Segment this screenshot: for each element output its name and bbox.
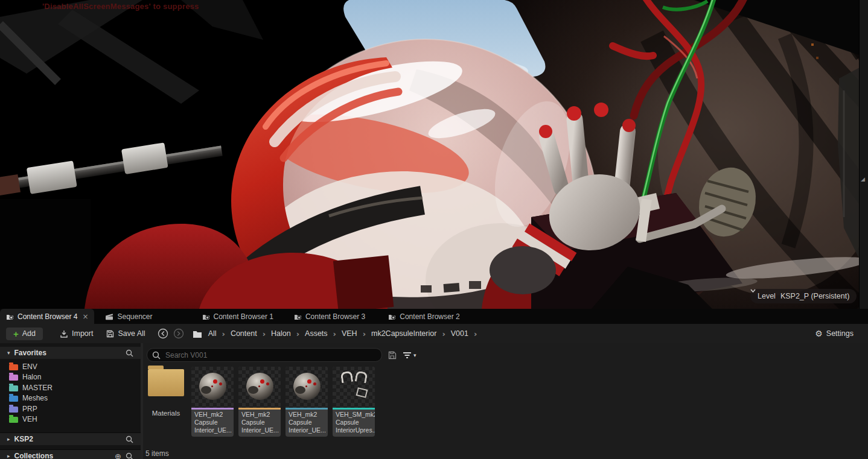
folder-label: ENV (22, 362, 37, 371)
ksp2-section-header[interactable]: ▸ KSP2 (0, 432, 141, 445)
import-button[interactable]: Import (60, 329, 93, 338)
forward-button[interactable] (173, 328, 184, 339)
add-button[interactable]: + Add (6, 328, 43, 340)
chevron-icon: › (363, 329, 366, 338)
folder-icon (9, 385, 18, 391)
collapsed-panel-strip[interactable]: ◢ (859, 0, 868, 309)
favorites-list: ENV Halon MASTER Meshes PRP (0, 359, 141, 428)
asset-name: VEH_SM_mk2 Capsule InteriorUpres... (333, 410, 375, 437)
folder-label: Halon (22, 373, 41, 381)
folder-icon (9, 375, 18, 381)
breadcrumb-veh[interactable]: VEH (342, 329, 357, 338)
sequencer-icon (105, 313, 113, 320)
chevron-icon: › (442, 329, 445, 338)
collections-section-header[interactable]: ▸ Collections ⊕ (0, 449, 141, 459)
favorites-section-header[interactable]: ▾ Favorites (0, 347, 141, 359)
breadcrumb-assets[interactable]: Assets (305, 329, 328, 338)
tab-label: Content Browser 3 (305, 312, 365, 321)
chevron-icon: › (474, 329, 477, 338)
tab-content-browser-4[interactable]: Content Browser 4 × (0, 309, 94, 324)
tab-sequencer[interactable]: Sequencer (99, 309, 158, 324)
caret-right-icon: ▸ (7, 436, 10, 442)
content-browser-icon (202, 313, 210, 320)
asset-tile-1[interactable]: VEH_mk2 Capsule Interior_UE... (191, 367, 234, 437)
wire-mesh-thumbnail (333, 367, 375, 408)
import-icon (60, 330, 68, 338)
back-button[interactable] (158, 328, 168, 339)
capsule-mesh-thumbnail (199, 373, 226, 400)
search-icon[interactable] (126, 349, 133, 357)
tab-content-browser-1[interactable]: Content Browser 1 (196, 309, 279, 324)
content-browser-icon (6, 313, 14, 320)
tab-bar: Content Browser 4 × Sequencer Content Br… (0, 309, 868, 324)
caret-right-icon: ▸ (7, 453, 10, 459)
tab-content-browser-2[interactable]: Content Browser 2 (382, 309, 465, 324)
settings-button[interactable]: ⚙ Settings (815, 329, 854, 338)
caret-down-icon: ▾ (7, 350, 10, 356)
breadcrumb-mk2capsuleinterior[interactable]: mk2CapsuleInterior (371, 329, 436, 338)
folder-label: Meshes (22, 394, 48, 402)
save-icon (106, 330, 114, 338)
content-browser-icon (294, 313, 302, 320)
plus-icon: + (13, 329, 19, 338)
asset-thumbnail (191, 367, 234, 408)
add-label: Add (22, 329, 36, 338)
ksp2-label: KSP2 (14, 435, 33, 443)
save-all-button[interactable]: Save All (106, 329, 145, 338)
breadcrumb: All › Content › Halon › Assets › VEH › m… (208, 329, 477, 338)
asset-name: VEH_mk2 Capsule Interior_UE... (191, 410, 234, 437)
folder-icon (9, 396, 18, 402)
sidebar-item-halon[interactable]: Halon (0, 372, 141, 383)
asset-tile-3[interactable]: VEH_mk2 Capsule Interior_UE... (286, 367, 328, 437)
sources-panel: ▾ Favorites ENV Halon (0, 343, 141, 459)
breadcrumb-all[interactable]: All (208, 329, 217, 338)
asset-thumbnail (238, 367, 281, 408)
asset-thumbnail (286, 367, 328, 408)
folder-icon (9, 364, 18, 370)
favorites-label: Favorites (14, 349, 46, 357)
sidebar-item-meshes[interactable]: Meshes (0, 393, 141, 404)
asset-grid: Materials VEH_mk2 Capsule Interior_UE... (143, 343, 868, 459)
level-selector[interactable]: Level KSP2_P (Persistent) (750, 289, 857, 303)
search-icon[interactable] (126, 435, 133, 443)
asset-tile-2[interactable]: VEH_mk2 Capsule Interior_UE... (238, 367, 281, 437)
folder-name: Materials (146, 410, 186, 417)
chevron-down-icon (750, 289, 756, 293)
sidebar-item-master[interactable]: MASTER (0, 382, 141, 393)
asset-thumbnail (333, 367, 375, 408)
screen-debug-message: 'DisableAllScreenMessages' to suppress (42, 2, 199, 11)
folder-tile-materials[interactable]: Materials (146, 367, 186, 417)
wire-chip (356, 387, 368, 398)
close-tab-icon[interactable]: × (82, 312, 88, 321)
capsule-mesh-thumbnail (293, 373, 321, 400)
breadcrumb-v001[interactable]: V001 (451, 329, 468, 338)
sidebar-item-veh[interactable]: VEH (0, 414, 141, 425)
content-browser-toolbar: + Add Import Save All (0, 324, 868, 343)
collections-label: Collections (14, 452, 54, 459)
level-prefix-label: Level (758, 292, 776, 300)
breadcrumb-content[interactable]: Content (231, 329, 257, 338)
sidebar-item-env[interactable]: ENV (0, 361, 141, 372)
folder-label: VEH (22, 415, 37, 423)
folder-icon (148, 369, 184, 396)
sidebar-item-prp[interactable]: PRP (0, 404, 141, 414)
folder-icon (9, 407, 18, 413)
chevron-icon: › (296, 329, 299, 338)
capsule-mesh-thumbnail (246, 373, 273, 400)
folder-icon (193, 330, 202, 338)
add-collection-icon[interactable]: ⊕ (115, 452, 121, 459)
gear-icon: ⚙ (815, 329, 823, 338)
asset-name: VEH_mk2 Capsule Interior_UE... (238, 410, 281, 437)
folder-icon (9, 417, 18, 423)
asset-tile-4[interactable]: VEH_SM_mk2 Capsule InteriorUpres... (333, 367, 375, 437)
expand-panel-icon[interactable]: ◢ (861, 176, 865, 182)
tab-content-browser-3[interactable]: Content Browser 3 (288, 309, 371, 324)
level-viewport[interactable]: 'DisableAllScreenMessages' to suppress L… (0, 0, 868, 309)
content-browser-icon (388, 313, 396, 320)
search-icon[interactable] (126, 452, 133, 459)
cockpit-scene (0, 0, 868, 309)
breadcrumb-halon[interactable]: Halon (271, 329, 291, 338)
content-browser-body: ▾ Favorites ENV Halon (0, 343, 868, 459)
folder-label: PRP (22, 405, 37, 413)
tab-label: Content Browser 1 (214, 312, 273, 321)
